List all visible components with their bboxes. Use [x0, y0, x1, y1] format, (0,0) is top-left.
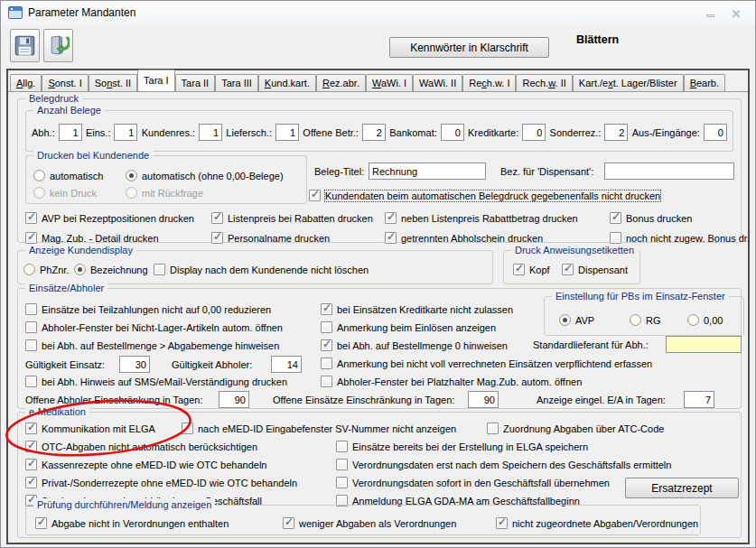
checkbox-abgabe-nicht-enthalten[interactable]: Abgabe nicht in Verordnungen enthalten [35, 516, 229, 530]
checkbox-einsaetze-elga-speichern[interactable]: Einsätze bereits bei der Erstellung in E… [336, 440, 588, 453]
checkbox-atc-code[interactable]: Zuordnung Abgaben über ATC-Code [487, 422, 664, 435]
tab-tara-i[interactable]: Tara I [137, 70, 175, 91]
checkbox-box [321, 339, 332, 351]
standardlieferant-input[interactable] [666, 336, 742, 353]
tab-wawi-ii[interactable]: WaWi. II [413, 74, 462, 91]
checkbox-kopf[interactable]: Kopf [513, 263, 550, 276]
checkbox-otc-abgaben[interactable]: OTC-Abgaben nicht automatisch berücksich… [25, 440, 257, 453]
dispensant-input[interactable] [604, 163, 734, 180]
gueltigkeit-abholer-input[interactable] [271, 356, 302, 373]
tab-rech-w-ii[interactable]: Rech.w. II [516, 74, 572, 91]
tab-kund-kart[interactable]: Kund.kart. [258, 74, 316, 91]
group-einsaetze-abholer: Einsätze/Abholer Einsätze bei Teilzahlun… [17, 288, 742, 409]
radio-phznr[interactable]: PhZnr. [23, 263, 69, 276]
radio-mit-rueckfrage[interactable]: mit Rückfrage [126, 186, 203, 200]
kennwoerter-button[interactable]: Kennwörter in Klarschrift [389, 37, 549, 58]
anzahl-belege-row: Abh.: Eins.: Kundenres.: Liefersch.: Off… [32, 124, 727, 141]
field-label: Aus-/Eingänge: [632, 127, 700, 138]
beleg-titel-label: Beleg-Titel: [314, 166, 364, 177]
radio-000[interactable]: 0,00 [687, 313, 723, 327]
checkbox-bonus-drucken[interactable]: Bonus drucken [610, 211, 692, 225]
checkbox-platzhalter-mag-zub[interactable]: Abholer-Fenster bei Platzhalter Mag.Zub.… [321, 375, 582, 388]
liefersch-input[interactable] [275, 124, 299, 141]
kundenres-input[interactable] [199, 124, 222, 141]
ersatzrezept-button[interactable]: Ersatzrezept [625, 478, 739, 498]
gueltigkeit-einsatz-input[interactable] [119, 356, 150, 373]
tab-bearb[interactable]: Bearb. [684, 74, 725, 91]
offene-einsaetze-input[interactable] [468, 391, 499, 408]
bankomat-input[interactable] [441, 124, 464, 141]
checkbox-listenpreis-rabatten[interactable]: Listenpreis bei Rabatten drucken [211, 211, 373, 225]
close-button[interactable]: ✕ [728, 8, 744, 21]
sonderrez-input[interactable] [604, 124, 628, 141]
checkbox-anmerkung-verpflichtend[interactable]: Anmerkung bei nicht voll verrechneten Ei… [321, 357, 652, 370]
tab-tara-ii[interactable]: Tara II [175, 74, 216, 91]
checkbox-avp-rezeptpositionen[interactable]: AVP bei Rezeptpositionen drucken [25, 211, 194, 225]
checkbox-box [154, 264, 165, 275]
minimize-button[interactable] [703, 8, 719, 21]
checkbox-mag-zub-detail[interactable]: Mag. Zub. - Detail drucken [25, 231, 159, 245]
checkbox-kassenrezepte-otc[interactable]: Kassenrezepte ohne eMED-ID wie OTC behan… [25, 458, 266, 471]
checkbox-kreditkarte-nicht-zulassen[interactable]: bei Einsätzen Kreditkarte nicht zulassen [321, 302, 513, 316]
radio-circle [559, 314, 571, 326]
kreditkarte-input[interactable] [522, 124, 546, 141]
checkbox-box [182, 423, 193, 434]
save-button[interactable] [10, 29, 40, 62]
checkbox-box [385, 212, 397, 224]
checkbox-box [25, 232, 37, 244]
checkbox-verordnungsdaten-ermitteln[interactable]: Verordnungsdaten erst nach dem Speichern… [336, 458, 671, 471]
field-label: Kreditkarte: [468, 127, 518, 138]
offene-abholer-input[interactable] [219, 391, 249, 408]
radio-kein-druck[interactable]: kein Druck [33, 186, 97, 200]
offene-betr-input[interactable] [362, 124, 386, 141]
field-offene-betr: Offene Betr.: [303, 124, 386, 141]
checkbox-rabattbetrag[interactable]: neben Listenpreis Rabattbetrag drucken [385, 211, 578, 225]
checkbox-dispensant[interactable]: Dispensant [562, 263, 628, 276]
checkbox-kommunikation-elga[interactable]: Kommunikation mit ELGA [25, 422, 155, 435]
radio-automatisch-ohne-000[interactable]: automatisch (ohne 0,00-Belege) [126, 169, 284, 182]
checkbox-sms-email-verstaendigung[interactable]: bei Abh. Hinweis auf SMS/eMail-Verständi… [25, 375, 287, 388]
checkbox-box [25, 376, 37, 387]
aus-eingaenge-input[interactable] [704, 124, 727, 141]
radio-bezeichnung[interactable]: Bezeichnung [74, 263, 148, 276]
anzeige-eingel-input[interactable] [684, 391, 714, 408]
tab-sonst-i[interactable]: Sonst. I [42, 74, 88, 91]
radio-automatisch[interactable]: automatisch [33, 169, 103, 182]
checkbox-nicht-zugeordnete[interactable]: nicht zugeordnete Abgaben/Verordnungen [496, 516, 698, 530]
tab-allg[interactable]: Allg. [10, 74, 42, 91]
tab-tara-iii[interactable]: Tara III [215, 74, 258, 91]
radio-circle [33, 170, 45, 181]
checkbox-bestellmenge-groesser[interactable]: bei Abh. auf Bestellmenge > Abgabemenge … [25, 339, 279, 352]
radio-rg[interactable]: RG [630, 313, 661, 327]
checkbox-anmerkung-einloesen[interactable]: Anmerkung beim Einlösen anzeigen [321, 320, 496, 334]
beleg-titel-input[interactable] [369, 163, 486, 180]
tab-wawi-i[interactable]: WaWi. I [366, 74, 413, 91]
checkbox-box [25, 459, 37, 470]
checkbox-bonus-nicht-zugew[interactable]: noch nicht zugew. Bonus dr. [610, 231, 750, 245]
checkbox-bestellmenge-0[interactable]: bei Abh. auf Bestellmenge 0 hinweisen [321, 339, 508, 352]
exit-button[interactable] [43, 29, 73, 62]
checkbox-getrennter-abholschein[interactable]: getrennten Abholschein drucken [385, 231, 543, 245]
checkbox-verordnungsdaten-uebernehmen[interactable]: Verordnungsdaten sofort in den Geschäfts… [336, 476, 610, 489]
tab-kart-ext-lager-blister[interactable]: Kart./ext. Lager/Blister [573, 74, 684, 91]
checkbox-privat-sonderrezepte-otc[interactable]: Privat-/Sonderrezepte ohne eMED-ID wie O… [25, 476, 297, 489]
group-title: Einstellung für PBs im Einsatz-Fenster [552, 290, 729, 302]
checkbox-teilzahlungen[interactable]: Einsätze bei Teilzahlungen nicht auf 0,0… [25, 302, 271, 316]
group-drucken-bei-kundenende: Drucken bei Kundenende automatisch autom… [25, 155, 307, 204]
checkbox-personalname[interactable]: Personalname drucken [211, 231, 330, 245]
radio-avp[interactable]: AVP [559, 313, 594, 327]
abh-input[interactable] [59, 124, 82, 141]
checkbox-kundendaten-nicht-drucken[interactable]: Kundendaten beim automatischen Belegdruc… [309, 189, 660, 202]
gueltigkeit-einsatz-label: Gültigkeit Einsatz: [25, 359, 105, 370]
tab-rez-abr[interactable]: Rez.abr. [316, 74, 366, 91]
tab-rech-w-i[interactable]: Rech.w. I [462, 74, 516, 91]
checkbox-sv-nummer-nicht-anzeigen[interactable]: nach eMED-ID Eingabefenster SV-Nummer ni… [182, 422, 456, 435]
tab-sonst-ii[interactable]: Sonst. II [89, 74, 137, 91]
checkbox-display-nicht-loeschen[interactable]: Display nach dem Kundenende nicht lösche… [154, 263, 369, 276]
app-icon [8, 6, 23, 19]
group-anzahl-belege: Anzahl Belege Abh.: Eins.: Kundenres.: L… [25, 110, 733, 152]
checkbox-abholer-nicht-lager[interactable]: Abholer-Fenster bei Nicht-Lager-Artikeln… [25, 320, 283, 334]
checkbox-weniger-abgaben[interactable]: weniger Abgaben als Verordnungen [283, 516, 456, 530]
blaettern-label: Blättern [576, 33, 619, 46]
eins-input[interactable] [114, 124, 137, 141]
